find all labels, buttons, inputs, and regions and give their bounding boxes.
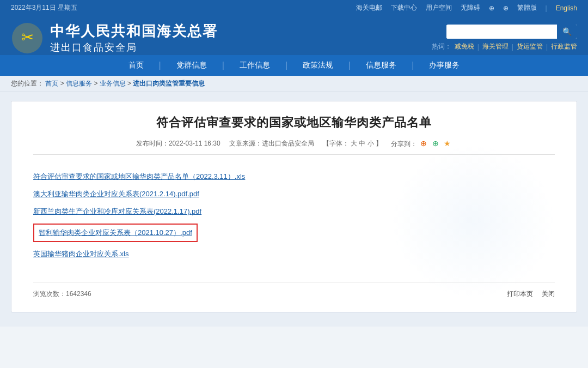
font-medium[interactable]: 中	[359, 140, 365, 147]
hotwords: 热词： 减免税 | 海关管理 | 货运监管 | 行政监管	[432, 42, 577, 51]
header-right: 🔍 热词： 减免税 | 海关管理 | 货运监管 | 行政监管	[432, 25, 577, 51]
share-wechat-icon[interactable]: ⊕	[431, 138, 440, 148]
breadcrumb-current: 进出口肉类监管重要信息	[133, 80, 205, 87]
hotword-4[interactable]: 行政监管	[551, 42, 577, 51]
main-nav: 首页 | 党群信息 | 工作信息 | 政策法规 | 信息服务 | 办事服务	[0, 55, 588, 76]
article-title: 符合评估审查要求的国家或地区输华肉类产品名单	[33, 114, 555, 131]
source-label: 文章来源：进出口食品安全局	[229, 139, 314, 148]
weibo-icon[interactable]: ⊕	[489, 4, 494, 12]
print-page-link[interactable]: 打印本页	[507, 289, 533, 299]
hotword-3[interactable]: 货运监管	[517, 42, 543, 51]
customs-email-link[interactable]: 海关电邮	[356, 3, 382, 13]
breadcrumb-business[interactable]: 业务信息	[100, 80, 126, 87]
logo-text: 中华人民共和国海关总署 进出口食品安全局	[50, 21, 218, 55]
article-footer: 浏览次数：1642346 打印本页 关闭	[33, 282, 555, 299]
file-link-5[interactable]: 英国输华猪肉企业对应关系.xls	[33, 245, 555, 263]
english-link[interactable]: English	[556, 4, 577, 12]
nav-policy[interactable]: 政策法规	[287, 55, 348, 76]
accessibility-link[interactable]: 无障碍	[461, 3, 480, 13]
file-link-1[interactable]: 符合评估审查要求的国家或地区输华肉类产品名单（2022.3.11）.xls	[33, 168, 555, 185]
footer-actions: 打印本页 关闭	[507, 289, 555, 299]
breadcrumb-info[interactable]: 信息服务	[66, 80, 92, 87]
wechat-icon[interactable]: ⊕	[503, 4, 509, 12]
font-large[interactable]: 大	[351, 140, 357, 147]
search-button[interactable]: 🔍	[557, 25, 577, 39]
file-link-4-highlighted[interactable]: 智利输华肉类企业对应关系表（2021.10.27）.pdf	[33, 224, 198, 242]
close-link[interactable]: 关闭	[542, 289, 555, 299]
header: ✂ 中华人民共和国海关总署 进出口食品安全局 🔍 热词： 减免税 | 海关管理 …	[0, 16, 588, 55]
breadcrumb-prefix: 您的位置：	[11, 80, 44, 87]
breadcrumb-home[interactable]: 首页	[45, 80, 58, 87]
breadcrumb-bar: 您的位置： 首页 > 信息服务 > 业务信息 > 进出口肉类监管重要信息	[0, 76, 588, 92]
nav-service[interactable]: 办事服务	[414, 55, 475, 76]
org-title-1: 中华人民共和国海关总署	[50, 21, 218, 41]
publish-time: 发布时间：2022-03-11 16:30	[136, 139, 220, 148]
nav-work[interactable]: 工作信息	[224, 55, 285, 76]
share-star-icon[interactable]: ★	[442, 138, 452, 148]
file-link-3[interactable]: 新西兰肉类生产企业和冷库对应关系表(2022.1.17).pdf	[33, 203, 555, 220]
search-box[interactable]: 🔍	[446, 25, 577, 39]
svg-text:✂: ✂	[21, 29, 34, 46]
file-link-2[interactable]: 澳大利亚输华肉类企业对应关系表(2021.2.14).pdf.pdf	[33, 185, 555, 203]
download-center-link[interactable]: 下载中心	[391, 3, 417, 13]
nav-home[interactable]: 首页	[113, 55, 159, 76]
font-small[interactable]: 小	[367, 140, 374, 147]
share-weibo-icon[interactable]: ⊕	[419, 138, 428, 148]
lang-divider: |	[546, 4, 547, 12]
org-title-2: 进出口食品安全局	[50, 41, 218, 55]
view-count: 浏览次数：1642346	[33, 289, 91, 299]
hotword-2[interactable]: 海关管理	[482, 42, 509, 51]
top-bar-links: 海关电邮 下载中心 用户空间 无障碍 ⊕ ⊕ 繁體版 | English	[356, 3, 577, 13]
search-input[interactable]	[446, 25, 557, 39]
hotwords-label: 热词：	[432, 42, 451, 51]
date-label: 2022年3月11日 星期五	[11, 3, 77, 13]
logo-icon: ✂	[11, 22, 44, 55]
nav-party[interactable]: 党群信息	[161, 55, 222, 76]
share-area: 分享到： ⊕ ⊕ ★	[391, 138, 452, 149]
font-control: 【字体： 大 中 小 】	[323, 139, 382, 148]
file-list: 符合评估审查要求的国家或地区输华肉类产品名单（2022.3.11）.xls 澳大…	[33, 165, 555, 266]
hotword-1[interactable]: 减免税	[455, 42, 474, 51]
article-meta: 发布时间：2022-03-11 16:30 文章来源：进出口食品安全局 【字体：…	[33, 138, 555, 155]
logo-area: ✂ 中华人民共和国海关总署 进出口食品安全局	[11, 21, 218, 55]
main-wrapper: 符合评估审查要求的国家或地区输华肉类产品名单 发布时间：2022-03-11 1…	[0, 92, 588, 327]
user-space-link[interactable]: 用户空间	[426, 3, 452, 13]
content-box: 符合评估审查要求的国家或地区输华肉类产品名单 发布时间：2022-03-11 1…	[11, 101, 577, 312]
top-bar: 2022年3月11日 星期五 海关电邮 下载中心 用户空间 无障碍 ⊕ ⊕ 繁體…	[0, 0, 588, 16]
traditional-chinese-link[interactable]: 繁體版	[517, 3, 537, 13]
nav-info[interactable]: 信息服务	[351, 55, 412, 76]
